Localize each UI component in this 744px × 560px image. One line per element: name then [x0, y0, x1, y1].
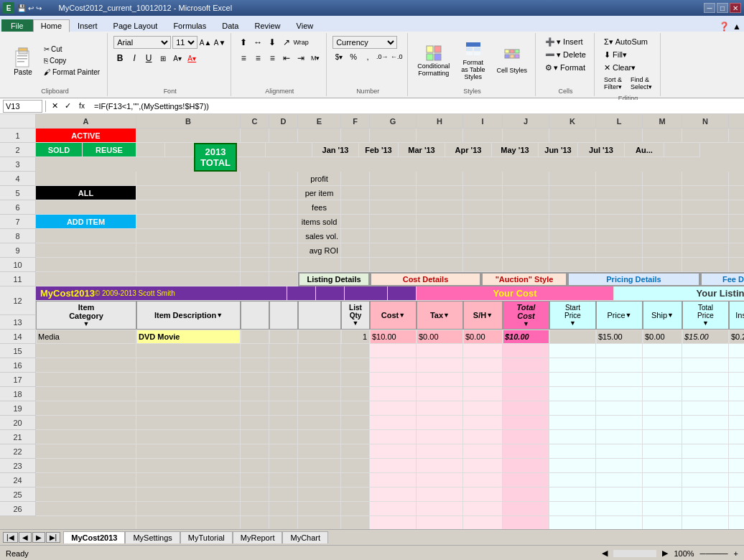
cell-E13[interactable] [298, 330, 341, 344]
align-center-button[interactable]: ≡ [251, 52, 264, 65]
cell-D11[interactable] [316, 286, 345, 301]
cell-K3[interactable] [549, 172, 596, 186]
cell-K13-startprice[interactable] [549, 330, 596, 344]
cell-H5[interactable] [417, 200, 463, 215]
cell-C16[interactable] [241, 373, 269, 387]
cell-E21[interactable] [298, 444, 341, 459]
cell-I25[interactable] [463, 502, 503, 516]
ribbon-minimize[interactable]: ▲ [733, 22, 741, 32]
cell-O21[interactable] [729, 444, 744, 459]
tab-page-layout[interactable]: Page Layout [106, 19, 166, 32]
cell-F24[interactable] [341, 487, 370, 502]
cell-C3[interactable] [241, 172, 269, 186]
paste-button[interactable]: Paste [7, 42, 39, 79]
cell-O3[interactable] [729, 172, 744, 186]
cell-M12-ship[interactable]: Ship▼ [643, 301, 682, 330]
cell-L5[interactable] [596, 200, 643, 215]
cell-J5[interactable] [503, 200, 549, 215]
cell-K25[interactable] [549, 502, 596, 516]
cell-C10[interactable] [241, 272, 269, 286]
cell-J13-totalcost[interactable]: $10.00 [503, 330, 549, 344]
sheet-tab-mychart[interactable]: MyChart [282, 531, 328, 543]
sum-button[interactable]: Σ▾ AutoSum [600, 36, 651, 48]
cell-G21[interactable] [370, 444, 417, 459]
cell-E22[interactable] [298, 459, 341, 473]
cell-D19[interactable] [269, 416, 298, 430]
cell-L22[interactable] [596, 459, 643, 473]
cell-reference-input[interactable] [3, 100, 42, 113]
cell-P2[interactable] [664, 143, 700, 157]
cell-O22[interactable] [729, 459, 744, 473]
cell-N26[interactable] [682, 516, 729, 529]
cell-H20[interactable] [417, 430, 463, 444]
cell-A9[interactable] [36, 258, 136, 272]
cell-EF10-listing[interactable]: Listing Details [298, 272, 370, 286]
cell-I24[interactable] [463, 487, 503, 502]
tab-data[interactable]: Data [214, 19, 246, 32]
cell-K17[interactable] [549, 387, 596, 401]
copy-button[interactable]: ⎘ Copy [41, 55, 103, 66]
cell-F14[interactable] [341, 344, 370, 358]
cell-I19[interactable] [463, 416, 503, 430]
cell-AB11-mycost[interactable]: MyCost2013 © 2009-2013 Scott Smith [36, 286, 287, 301]
cell-I12-sh[interactable]: S/H▼ [463, 301, 503, 330]
cell-G15[interactable] [370, 358, 417, 373]
cell-G26[interactable] [370, 516, 417, 529]
confirm-formula-button[interactable]: ✓ [62, 101, 73, 112]
cell-L4[interactable] [596, 186, 643, 200]
col-header-G[interactable]: G [370, 114, 417, 129]
cell-K11-yourlisting[interactable]: Your Listing [614, 286, 744, 301]
cell-O2-aug[interactable]: Au... [625, 143, 664, 157]
cell-D24[interactable] [269, 487, 298, 502]
cell-G5[interactable] [370, 200, 417, 215]
cell-J4[interactable] [503, 186, 549, 200]
cell-J3[interactable] [503, 172, 549, 186]
cell-F21[interactable] [341, 444, 370, 459]
cell-C23[interactable] [241, 473, 269, 487]
cell-C12[interactable] [241, 301, 269, 330]
cell-K12-startprice[interactable]: StartPrice▼ [549, 301, 596, 330]
cell-D21[interactable] [269, 444, 298, 459]
decrease-font-button[interactable]: A▼ [213, 36, 226, 49]
minimize-button[interactable]: ─ [704, 3, 715, 13]
cell-I13-sh[interactable]: $0.00 [463, 330, 503, 344]
cell-B26[interactable] [136, 516, 241, 529]
cell-L23[interactable] [596, 473, 643, 487]
tab-view[interactable]: View [289, 19, 322, 32]
cell-C20[interactable] [241, 430, 269, 444]
col-header-A[interactable]: A [36, 114, 136, 129]
cell-K21[interactable] [549, 444, 596, 459]
cell-N16[interactable] [682, 373, 729, 387]
cell-E23[interactable] [298, 473, 341, 487]
cell-E5-fees[interactable]: fees [298, 200, 341, 215]
tab-home[interactable]: Home [33, 19, 70, 32]
cell-G18[interactable] [370, 401, 417, 416]
cell-O1[interactable] [729, 129, 744, 143]
cell-L17[interactable] [596, 387, 643, 401]
cell-M8[interactable] [643, 243, 682, 258]
border-button[interactable]: ⊞ [157, 52, 169, 65]
cell-H22[interactable] [417, 459, 463, 473]
cell-C26[interactable] [241, 516, 269, 529]
align-bottom-button[interactable]: ⬇ [266, 36, 279, 49]
cell-M15[interactable] [643, 358, 682, 373]
cell-J9[interactable] [503, 258, 549, 272]
fill-color-button[interactable]: A▾ [171, 52, 184, 65]
cell-M23[interactable] [643, 473, 682, 487]
cell-B10[interactable] [136, 272, 241, 286]
cell-F19[interactable] [341, 416, 370, 430]
maximize-button[interactable]: □ [717, 3, 728, 13]
close-button[interactable]: ✕ [730, 3, 741, 13]
cell-H26[interactable] [417, 516, 463, 529]
cell-D23[interactable] [269, 473, 298, 487]
cell-N10-fee[interactable]: Fee Details [700, 272, 744, 286]
cell-I21[interactable] [463, 444, 503, 459]
cell-N19[interactable] [682, 416, 729, 430]
cell-H7[interactable] [417, 229, 463, 243]
cell-A8[interactable] [36, 243, 136, 258]
cell-N12-totalprice[interactable]: TotalPrice▼ [682, 301, 729, 330]
comma-button[interactable]: , [361, 50, 374, 63]
cell-L18[interactable] [596, 401, 643, 416]
cell-J19[interactable] [503, 416, 549, 430]
col-header-I[interactable]: I [463, 114, 503, 129]
